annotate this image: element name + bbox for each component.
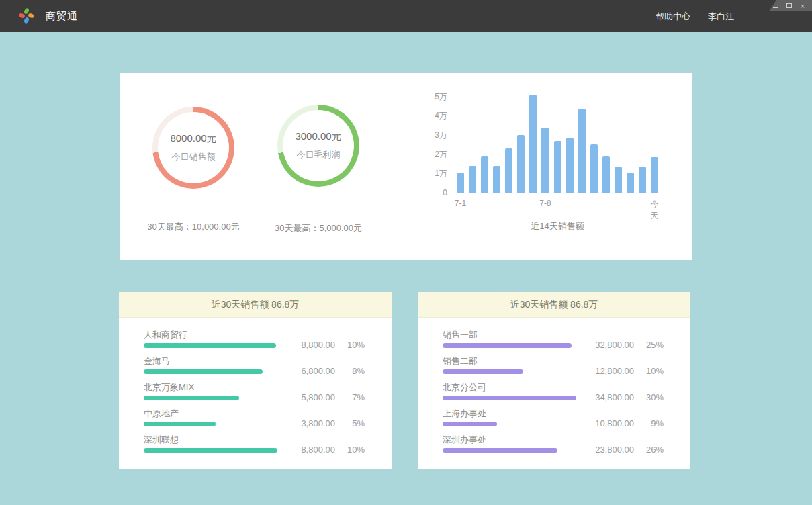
ranking-percent: 8% bbox=[342, 366, 365, 376]
ranking-row-right: 10,800.00 9% bbox=[577, 418, 664, 434]
maximize-icon[interactable] bbox=[786, 3, 793, 9]
ranking-row-right: 23,800.00 26% bbox=[577, 445, 664, 461]
ranking-row: 北京万象MIX 5,800.00 7% bbox=[144, 382, 365, 408]
ranking-value: 5,800.00 bbox=[301, 392, 335, 402]
ranking-bar bbox=[144, 422, 216, 426]
ranking-value: 34,800.00 bbox=[595, 392, 634, 402]
ranking-percent: 7% bbox=[342, 392, 365, 402]
ranking-bar bbox=[443, 396, 576, 400]
ring-center: 3000.00元 今日毛利润 bbox=[283, 110, 354, 181]
ranking-bar-track bbox=[144, 343, 278, 348]
bar bbox=[481, 156, 488, 193]
ranking-value: 6,800.00 bbox=[301, 366, 335, 376]
ranking-label: 金海马 bbox=[144, 356, 278, 366]
bar bbox=[651, 157, 658, 193]
ranking-value: 32,800.00 bbox=[595, 340, 634, 350]
y-axis-tick: 4万 bbox=[420, 111, 447, 120]
ranking-value: 8,800.00 bbox=[301, 340, 335, 350]
customer-ranking-title: 近30天销售额 86.8万 bbox=[119, 292, 392, 318]
ranking-bar bbox=[443, 422, 497, 426]
ranking-label: 深圳办事处 bbox=[443, 434, 577, 445]
ranking-bar-track bbox=[443, 396, 577, 400]
bar bbox=[566, 138, 574, 193]
bar bbox=[457, 173, 464, 193]
today-sales-caption: 今日销售额 bbox=[172, 151, 216, 163]
close-icon[interactable]: × bbox=[799, 3, 806, 9]
ranking-row: 销售二部 12,800.00 10% bbox=[443, 356, 664, 382]
profit-30day-high: 30天最高：5,000.00元 bbox=[241, 222, 396, 234]
ranking-bar bbox=[144, 343, 276, 348]
ranking-row-left: 深圳联想 bbox=[144, 434, 278, 461]
bar bbox=[602, 156, 610, 193]
ranking-label: 北京万象MIX bbox=[144, 382, 278, 392]
ranking-row-right: 12,800.00 10% bbox=[577, 366, 664, 382]
y-axis-tick: 5万 bbox=[420, 93, 447, 101]
ring-center: 8000.00元 今日销售额 bbox=[158, 112, 229, 183]
ranking-bar bbox=[443, 369, 523, 374]
ranking-label: 人和商贸行 bbox=[144, 330, 278, 340]
customer-ranking-list: 人和商贸行 8,800.00 10% 金海马 6,800.00 8% bbox=[119, 318, 392, 461]
ranking-row-right: 6,800.00 8% bbox=[278, 366, 365, 382]
y-axis-tick: 3万 bbox=[420, 131, 447, 139]
ranking-row-right: 3,800.00 5% bbox=[278, 418, 365, 434]
ranking-row-left: 北京万象MIX bbox=[144, 382, 278, 408]
ranking-row-left: 中原地产 bbox=[144, 408, 278, 434]
bar-series bbox=[457, 93, 658, 193]
app-logo-pinwheel-icon bbox=[17, 7, 36, 25]
ranking-row: 销售一部 32,800.00 25% bbox=[443, 330, 664, 356]
help-center-link[interactable]: 帮助中心 bbox=[656, 11, 690, 23]
ranking-percent: 10% bbox=[342, 340, 365, 350]
ranking-row: 中原地产 3,800.00 5% bbox=[144, 408, 365, 434]
bar bbox=[493, 166, 500, 193]
department-ranking-title: 近30天销售额 86.8万 bbox=[418, 292, 690, 318]
bar bbox=[639, 167, 646, 193]
ranking-bar-track bbox=[144, 422, 278, 426]
ranking-row: 人和商贸行 8,800.00 10% bbox=[144, 330, 365, 356]
bar-chart-title: 近14天销售额 bbox=[457, 220, 658, 232]
ranking-row-left: 人和商贸行 bbox=[144, 330, 278, 356]
ranking-row-left: 金海马 bbox=[144, 356, 278, 382]
bar bbox=[590, 144, 598, 193]
ranking-row: 金海马 6,800.00 8% bbox=[144, 356, 365, 382]
y-axis-tick: 2万 bbox=[420, 150, 447, 158]
bar bbox=[517, 135, 525, 193]
department-ranking-list: 销售一部 32,800.00 25% 销售二部 12,800.00 10% bbox=[418, 318, 690, 461]
ranking-value: 8,800.00 bbox=[301, 445, 335, 455]
today-profit-caption: 今日毛利润 bbox=[297, 149, 341, 161]
bar bbox=[627, 173, 634, 193]
ranking-label: 深圳联想 bbox=[144, 434, 278, 445]
ranking-percent: 10% bbox=[342, 445, 365, 455]
ranking-percent: 25% bbox=[641, 340, 664, 350]
bar bbox=[469, 166, 476, 193]
ranking-value: 3,800.00 bbox=[301, 418, 335, 428]
ranking-row-left: 北京分公司 bbox=[443, 382, 577, 408]
bar bbox=[529, 95, 537, 193]
ranking-percent: 26% bbox=[641, 445, 664, 455]
ranking-row-right: 34,800.00 30% bbox=[577, 392, 664, 408]
bar bbox=[541, 128, 549, 193]
today-profit-ring-gauge: 3000.00元 今日毛利润 bbox=[277, 105, 359, 187]
username-link[interactable]: 李白江 bbox=[708, 11, 734, 23]
overview-card: 8000.00元 今日销售额 3000.00元 今日毛利润 30天最高：10,0… bbox=[120, 73, 692, 260]
today-sales-ring-gauge: 8000.00元 今日销售额 bbox=[152, 107, 234, 189]
ranking-row-left: 销售二部 bbox=[443, 356, 577, 382]
ranking-label: 北京分公司 bbox=[443, 382, 577, 392]
minimize-icon[interactable] bbox=[772, 3, 779, 9]
bar bbox=[554, 141, 561, 193]
ranking-bar bbox=[443, 448, 557, 453]
ranking-bar-track bbox=[144, 369, 278, 374]
x-axis-tick: 7-8 bbox=[539, 199, 551, 208]
ranking-row: 深圳办事处 23,800.00 26% bbox=[443, 434, 664, 461]
ranking-label: 中原地产 bbox=[144, 408, 278, 418]
x-axis-tick: 7-1 bbox=[455, 199, 466, 208]
ranking-row: 深圳联想 8,800.00 10% bbox=[144, 434, 365, 461]
ranking-label: 销售二部 bbox=[443, 356, 577, 366]
ranking-bar bbox=[443, 343, 572, 348]
ranking-bar bbox=[144, 369, 263, 374]
ranking-row-right: 8,800.00 10% bbox=[278, 340, 365, 356]
ranking-row-right: 8,800.00 10% bbox=[278, 445, 365, 461]
ranking-value: 12,800.00 bbox=[595, 366, 634, 376]
x-axis-tick: 今天 bbox=[651, 199, 659, 222]
ranking-bar-track bbox=[144, 396, 278, 400]
ranking-row-right: 5,800.00 7% bbox=[278, 392, 365, 408]
